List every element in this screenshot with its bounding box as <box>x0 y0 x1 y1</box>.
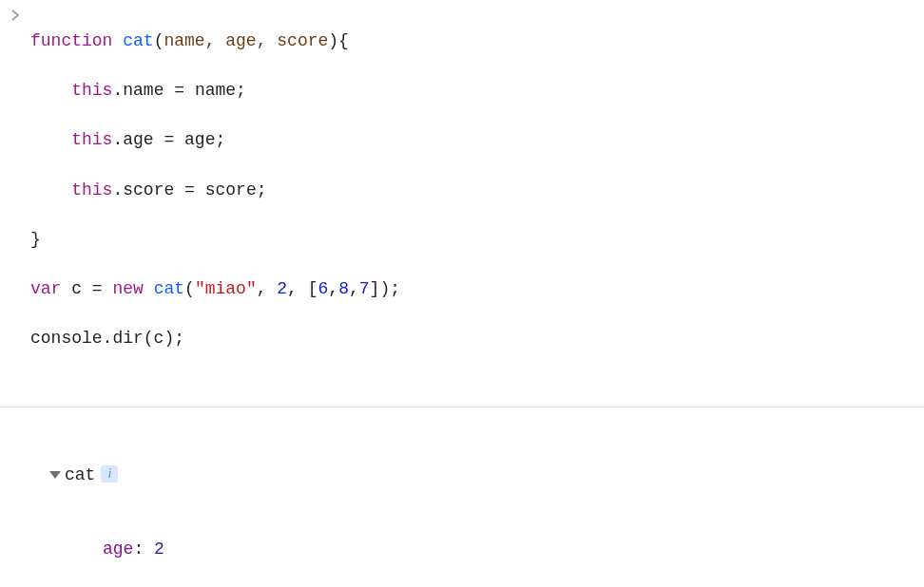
info-icon[interactable]: i <box>101 465 118 483</box>
console-output-object: cat i age: 2 name: "miao" score: Array(3… <box>0 407 924 588</box>
disclosure-triangle-open-icon[interactable] <box>49 471 61 479</box>
output-gutter <box>0 411 30 412</box>
tree-root[interactable]: cat i <box>30 463 924 487</box>
console-input-block: function cat(name, age, score){ this.nam… <box>0 0 924 407</box>
code-block[interactable]: function cat(name, age, score){ this.nam… <box>30 4 924 401</box>
tree-prop-age[interactable]: age: 2 <box>30 537 924 561</box>
input-prompt-chevron <box>0 4 30 29</box>
object-tree[interactable]: cat i age: 2 name: "miao" score: Array(3… <box>30 411 924 588</box>
